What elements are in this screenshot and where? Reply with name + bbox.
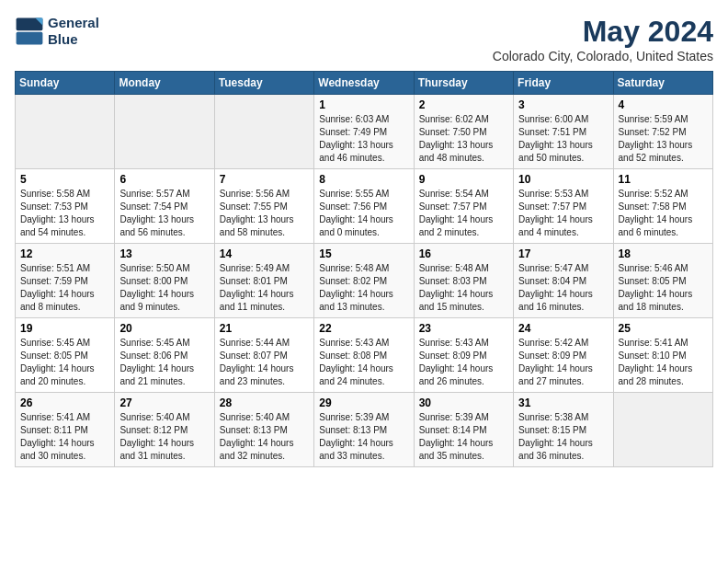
day-detail: Sunrise: 5:43 AMSunset: 8:09 PMDaylight:… (419, 337, 508, 388)
day-number: 3 (518, 98, 608, 111)
day-number: 10 (518, 173, 608, 186)
day-detail: Sunrise: 5:57 AMSunset: 7:54 PMDaylight:… (119, 188, 209, 239)
day-number: 16 (419, 247, 508, 260)
day-detail: Sunrise: 5:52 AMSunset: 7:58 PMDaylight:… (619, 188, 708, 239)
day-number: 25 (619, 322, 708, 335)
day-detail: Sunrise: 5:47 AMSunset: 8:04 PMDaylight:… (518, 262, 608, 314)
day-number: 2 (419, 98, 508, 111)
day-number: 17 (518, 247, 608, 260)
week-row-2: 5Sunrise: 5:58 AMSunset: 7:53 PMDaylight… (16, 169, 713, 244)
day-cell: 1Sunrise: 6:03 AMSunset: 7:49 PMDaylight… (314, 95, 414, 169)
day-detail: Sunrise: 5:40 AMSunset: 8:12 PMDaylight:… (119, 411, 209, 463)
day-detail: Sunrise: 5:54 AMSunset: 7:57 PMDaylight:… (419, 188, 508, 239)
week-row-5: 26Sunrise: 5:41 AMSunset: 8:11 PMDayligh… (16, 393, 713, 467)
day-number: 26 (20, 396, 109, 409)
day-detail: Sunrise: 6:00 AMSunset: 7:51 PMDaylight:… (518, 113, 608, 165)
logo: GeneralBlue (15, 15, 99, 48)
day-cell: 24Sunrise: 5:42 AMSunset: 8:09 PMDayligh… (514, 318, 613, 393)
day-number: 13 (119, 247, 209, 260)
day-detail: Sunrise: 5:43 AMSunset: 8:08 PMDaylight:… (319, 337, 408, 388)
day-detail: Sunrise: 5:55 AMSunset: 7:56 PMDaylight:… (319, 188, 408, 239)
day-cell: 8Sunrise: 5:55 AMSunset: 7:56 PMDaylight… (314, 169, 414, 244)
day-cell: 25Sunrise: 5:41 AMSunset: 8:10 PMDayligh… (613, 318, 712, 393)
day-detail: Sunrise: 5:48 AMSunset: 8:02 PMDaylight:… (319, 262, 408, 314)
week-row-3: 12Sunrise: 5:51 AMSunset: 7:59 PMDayligh… (16, 244, 713, 318)
day-cell (214, 95, 313, 169)
day-detail: Sunrise: 6:02 AMSunset: 7:50 PMDaylight:… (419, 113, 508, 165)
header-day-saturday: Saturday (613, 72, 712, 95)
day-number: 24 (518, 322, 608, 335)
day-detail: Sunrise: 5:48 AMSunset: 8:03 PMDaylight:… (419, 262, 508, 314)
day-cell: 31Sunrise: 5:38 AMSunset: 8:15 PMDayligh… (514, 393, 613, 467)
day-number: 1 (319, 98, 408, 111)
day-number: 27 (119, 396, 209, 409)
day-number: 20 (119, 322, 209, 335)
day-number: 29 (319, 396, 408, 409)
day-detail: Sunrise: 5:58 AMSunset: 7:53 PMDaylight:… (20, 188, 109, 239)
day-cell: 5Sunrise: 5:58 AMSunset: 7:53 PMDaylight… (16, 169, 115, 244)
day-cell: 12Sunrise: 5:51 AMSunset: 7:59 PMDayligh… (16, 244, 115, 318)
calendar-title: May 2024 (493, 15, 713, 49)
day-detail: Sunrise: 5:59 AMSunset: 7:52 PMDaylight:… (619, 113, 708, 165)
day-number: 22 (319, 322, 408, 335)
day-cell: 23Sunrise: 5:43 AMSunset: 8:09 PMDayligh… (414, 318, 513, 393)
calendar-header: SundayMondayTuesdayWednesdayThursdayFrid… (16, 72, 713, 95)
day-detail: Sunrise: 5:38 AMSunset: 8:15 PMDaylight:… (518, 411, 608, 463)
day-cell: 18Sunrise: 5:46 AMSunset: 8:05 PMDayligh… (613, 244, 712, 318)
day-number: 7 (220, 173, 309, 186)
day-cell: 28Sunrise: 5:40 AMSunset: 8:13 PMDayligh… (214, 393, 313, 467)
day-cell: 2Sunrise: 6:02 AMSunset: 7:50 PMDaylight… (414, 95, 513, 169)
day-number: 6 (119, 173, 209, 186)
header-day-monday: Monday (115, 72, 214, 95)
day-detail: Sunrise: 5:40 AMSunset: 8:13 PMDaylight:… (220, 411, 309, 463)
day-cell: 4Sunrise: 5:59 AMSunset: 7:52 PMDaylight… (613, 95, 712, 169)
day-detail: Sunrise: 5:45 AMSunset: 8:05 PMDaylight:… (20, 337, 109, 388)
day-cell: 22Sunrise: 5:43 AMSunset: 8:08 PMDayligh… (314, 318, 414, 393)
day-cell: 27Sunrise: 5:40 AMSunset: 8:12 PMDayligh… (115, 393, 214, 467)
day-cell: 9Sunrise: 5:54 AMSunset: 7:57 PMDaylight… (414, 169, 513, 244)
day-detail: Sunrise: 5:56 AMSunset: 7:55 PMDaylight:… (220, 188, 309, 239)
logo-text: GeneralBlue (48, 15, 99, 48)
day-number: 5 (20, 173, 109, 186)
day-detail: Sunrise: 5:45 AMSunset: 8:06 PMDaylight:… (119, 337, 209, 388)
day-number: 30 (419, 396, 508, 409)
day-cell: 16Sunrise: 5:48 AMSunset: 8:03 PMDayligh… (414, 244, 513, 318)
day-cell: 19Sunrise: 5:45 AMSunset: 8:05 PMDayligh… (16, 318, 115, 393)
day-number: 19 (20, 322, 109, 335)
day-number: 14 (220, 247, 309, 260)
day-detail: Sunrise: 5:41 AMSunset: 8:11 PMDaylight:… (20, 411, 109, 463)
day-detail: Sunrise: 5:50 AMSunset: 8:00 PMDaylight:… (119, 262, 209, 314)
day-cell: 29Sunrise: 5:39 AMSunset: 8:13 PMDayligh… (314, 393, 414, 467)
day-detail: Sunrise: 5:51 AMSunset: 7:59 PMDaylight:… (20, 262, 109, 314)
day-cell: 20Sunrise: 5:45 AMSunset: 8:06 PMDayligh… (115, 318, 214, 393)
day-number: 28 (220, 396, 309, 409)
day-cell (16, 95, 115, 169)
day-cell: 10Sunrise: 5:53 AMSunset: 7:57 PMDayligh… (514, 169, 613, 244)
day-detail: Sunrise: 5:39 AMSunset: 8:13 PMDaylight:… (319, 411, 408, 463)
week-row-1: 1Sunrise: 6:03 AMSunset: 7:49 PMDaylight… (16, 95, 713, 169)
header-day-wednesday: Wednesday (314, 72, 414, 95)
logo-icon (15, 17, 44, 46)
header-day-sunday: Sunday (16, 72, 115, 95)
day-cell: 13Sunrise: 5:50 AMSunset: 8:00 PMDayligh… (115, 244, 214, 318)
day-number: 23 (419, 322, 508, 335)
day-detail: Sunrise: 5:41 AMSunset: 8:10 PMDaylight:… (619, 337, 708, 388)
day-detail: Sunrise: 5:49 AMSunset: 8:01 PMDaylight:… (220, 262, 309, 314)
header-day-thursday: Thursday (414, 72, 513, 95)
day-number: 31 (518, 396, 608, 409)
day-number: 9 (419, 173, 508, 186)
day-cell: 14Sunrise: 5:49 AMSunset: 8:01 PMDayligh… (214, 244, 313, 318)
day-cell: 26Sunrise: 5:41 AMSunset: 8:11 PMDayligh… (16, 393, 115, 467)
header-day-tuesday: Tuesday (214, 72, 313, 95)
day-detail: Sunrise: 5:44 AMSunset: 8:07 PMDaylight:… (220, 337, 309, 388)
day-number: 12 (20, 247, 109, 260)
day-cell (613, 393, 712, 467)
day-cell (115, 95, 214, 169)
day-detail: Sunrise: 5:46 AMSunset: 8:05 PMDaylight:… (619, 262, 708, 314)
day-cell: 15Sunrise: 5:48 AMSunset: 8:02 PMDayligh… (314, 244, 414, 318)
day-detail: Sunrise: 6:03 AMSunset: 7:49 PMDaylight:… (319, 113, 408, 165)
day-detail: Sunrise: 5:39 AMSunset: 8:14 PMDaylight:… (419, 411, 508, 463)
day-cell: 7Sunrise: 5:56 AMSunset: 7:55 PMDaylight… (214, 169, 313, 244)
day-number: 21 (220, 322, 309, 335)
day-cell: 11Sunrise: 5:52 AMSunset: 7:58 PMDayligh… (613, 169, 712, 244)
